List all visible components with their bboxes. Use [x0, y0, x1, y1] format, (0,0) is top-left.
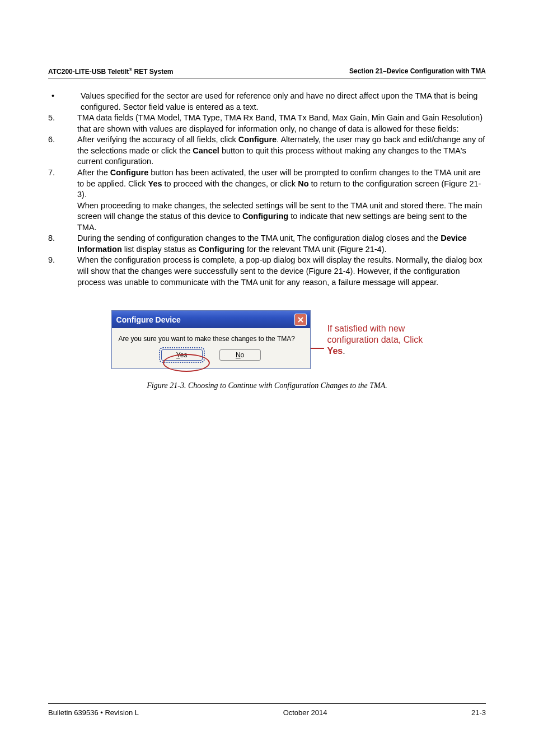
item-marker: 8.	[48, 233, 77, 255]
item-text: When the configuration process is comple…	[77, 255, 486, 288]
dialog-title: Configure Device	[116, 315, 181, 324]
footer-left: Bulletin 639536 • Revision L	[48, 708, 139, 717]
callout-oval	[163, 354, 210, 372]
no-button[interactable]: No	[219, 349, 261, 361]
item-marker: •	[48, 91, 81, 113]
callout-l2: configuration data, Click	[327, 335, 423, 344]
list-item: 8.During the sending of configuration ch…	[48, 233, 486, 255]
callout-text: If satisfied with new configuration data…	[327, 323, 423, 357]
header-left: ATC200-LITE-USB Teletilt® RET System	[48, 67, 174, 76]
dialog-titlebar: Configure Device	[112, 311, 310, 328]
item-text: During the sending of configuration chan…	[77, 233, 486, 255]
item-text: After the Configure button has been acti…	[77, 167, 486, 233]
list-item: •Values specified for the sector are use…	[48, 91, 486, 113]
page-header: ATC200-LITE-USB Teletilt® RET System Sec…	[48, 67, 486, 78]
footer-center: October 2014	[283, 708, 327, 717]
page-footer: Bulletin 639536 • Revision L October 201…	[48, 703, 486, 717]
header-left-a: ATC200-LITE-USB Teletilt	[48, 68, 129, 76]
item-text: After verifying the accuracy of all fiel…	[77, 134, 486, 167]
list-item: 7.After the Configure button has been ac…	[48, 167, 486, 233]
configure-device-dialog: Configure Device Are you sure you want t…	[111, 310, 311, 369]
header-right: Section 21–Device Configuration with TMA	[349, 67, 486, 76]
item-marker: 9.	[48, 255, 77, 288]
list-item: 9.When the configuration process is comp…	[48, 255, 486, 288]
callout-l1: If satisfied with new	[327, 324, 405, 333]
body-text: •Values specified for the sector are use…	[48, 91, 486, 288]
close-icon[interactable]	[294, 314, 307, 326]
item-marker: 5.	[48, 113, 77, 134]
item-marker: 6.	[48, 134, 77, 167]
footer-right: 21-3	[471, 708, 486, 717]
callout-leader	[310, 348, 324, 349]
item-marker: 7.	[48, 167, 77, 233]
figure-wrap: Configure Device Are you sure you want t…	[48, 310, 486, 369]
list-item: 5.TMA data fields (TMA Model, TMA Type, …	[48, 113, 486, 134]
callout-yes: Yes	[327, 346, 343, 356]
header-left-b: RET System	[132, 68, 173, 76]
figure-caption: Figure 21-3. Choosing to Continue with C…	[48, 381, 486, 390]
item-text: Values specified for the sector are used…	[81, 91, 486, 113]
dialog-message: Are you sure you want to make these chan…	[119, 335, 303, 343]
item-text: TMA data fields (TMA Model, TMA Type, TM…	[77, 113, 486, 134]
list-item: 6.After verifying the accuracy of all fi…	[48, 134, 486, 167]
